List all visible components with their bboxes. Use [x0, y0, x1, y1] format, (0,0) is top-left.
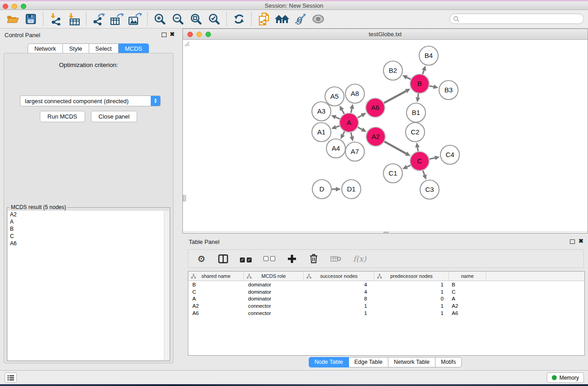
zoom-out-icon — [172, 13, 184, 25]
tab-motifs[interactable]: Motifs — [435, 357, 462, 367]
edge-B-B4[interactable] — [423, 70, 424, 74]
zoom-out-button[interactable] — [170, 11, 186, 27]
column-header-name[interactable]: name — [449, 272, 486, 281]
edge-A-A7[interactable] — [351, 133, 352, 137]
export-image-button[interactable] — [127, 11, 143, 27]
result-list-scrollbar[interactable] — [164, 211, 169, 360]
node-label-B3: B3 — [445, 86, 453, 94]
create-column-button[interactable] — [287, 253, 297, 265]
result-list-item[interactable]: B — [8, 225, 164, 233]
import-table-button[interactable] — [66, 11, 82, 27]
edge-A-A1[interactable] — [336, 126, 339, 127]
edge-A-A2[interactable] — [358, 127, 362, 129]
select-all-button[interactable]: ✓✓ — [240, 253, 252, 265]
delete-column-button[interactable] — [309, 253, 319, 265]
control-panel-header: Control Panel ✖ — [0, 29, 177, 40]
table-cell: 1 — [374, 289, 449, 295]
edge-C-C2[interactable] — [417, 148, 418, 152]
memory-button[interactable]: Memory — [547, 372, 584, 383]
float-panel-icon[interactable] — [162, 33, 167, 37]
edge-C-C4[interactable] — [430, 158, 435, 159]
close-table-panel-icon[interactable]: ✖ — [578, 238, 583, 244]
table-row[interactable]: Cdominator41C — [188, 288, 584, 295]
edge-A6-B[interactable] — [384, 91, 406, 103]
mcds-result-list[interactable]: A2ABCA6 — [8, 211, 164, 360]
annotation-toggle-button[interactable]: g — [292, 11, 308, 27]
zoom-fit-button[interactable] — [188, 11, 204, 27]
table-settings-button[interactable]: ⚙ — [196, 253, 206, 265]
tab-style[interactable]: Style — [63, 43, 89, 54]
network-vertical-scrollbar-thumb[interactable] — [183, 195, 186, 201]
column-header-predecessor-nodes[interactable]: predecessor nodes — [374, 272, 449, 281]
edge-arrowhead — [422, 66, 426, 71]
table-row[interactable]: Adominator80A — [188, 295, 584, 303]
open-session-button[interactable] — [5, 11, 21, 27]
table-panel-title: Table Panel — [189, 238, 220, 245]
node-label-A6: A6 — [371, 104, 379, 111]
network-horizontal-scrollbar[interactable] — [183, 231, 588, 233]
home-button[interactable] — [274, 11, 290, 27]
refresh-button[interactable] — [231, 11, 247, 27]
tab-node-table[interactable]: Node Table — [309, 357, 349, 367]
edge-B-B1[interactable] — [418, 94, 418, 97]
node-table[interactable]: shared nameMCDS rolesuccessor nodesprede… — [188, 271, 585, 356]
table-row[interactable]: A6connector11A6 — [188, 310, 584, 317]
column-header-shared-name[interactable]: shared name — [188, 272, 244, 281]
edge-A-A4[interactable] — [343, 132, 344, 135]
edge-arrowhead — [415, 143, 420, 148]
edge-B-B2[interactable] — [407, 77, 411, 79]
close-panel-button[interactable]: Close panel — [91, 111, 138, 122]
tab-mcds[interactable]: MCDS — [119, 43, 149, 54]
edge-C-C3[interactable] — [423, 171, 425, 175]
tab-network-table[interactable]: Network Table — [388, 357, 435, 367]
zoom-selected-button[interactable] — [206, 11, 222, 27]
visibility-button[interactable] — [310, 11, 326, 27]
function-builder-button[interactable]: f(x) — [353, 253, 366, 265]
table-row[interactable]: A2connector11A2 — [188, 302, 584, 310]
network-graph[interactable]: AA1A2A3A4A5A6A7A8BB1B2B3B4CC1C2C3C4DD1 — [183, 40, 588, 233]
edge-C-C1[interactable] — [407, 165, 411, 167]
table-cell: 4 — [304, 282, 374, 287]
edge-A-A6[interactable] — [358, 115, 362, 118]
run-mcds-button[interactable]: Run MCDS — [40, 111, 85, 122]
network-horizontal-scrollbar-thumb[interactable] — [383, 232, 389, 233]
tab-network[interactable]: Network — [28, 43, 63, 54]
delete-table-button[interactable] — [330, 253, 341, 265]
edge-arrowhead — [331, 125, 337, 129]
zoom-in-button[interactable] — [152, 11, 168, 27]
import-network-button[interactable] — [48, 11, 64, 27]
column-header-successor-nodes[interactable]: successor nodes — [304, 272, 374, 281]
resize-grip-icon[interactable] — [183, 40, 190, 47]
edge-A2-C[interactable] — [384, 142, 406, 154]
tab-select[interactable]: Select — [89, 43, 119, 54]
edge-A-A8[interactable] — [351, 109, 352, 113]
tab-edge-table[interactable]: Edge Table — [349, 357, 388, 367]
result-list-item[interactable]: A — [8, 218, 164, 225]
duplicate-network-button[interactable] — [256, 11, 272, 27]
control-panel: Control Panel ✖ NetworkStyleSelectMCDS O… — [0, 29, 177, 370]
task-history-button[interactable] — [5, 372, 17, 383]
float-table-panel-icon[interactable] — [570, 239, 575, 244]
save-session-button[interactable] — [23, 11, 39, 27]
network-canvas[interactable]: AA1A2A3A4A5A6A7A8BB1B2B3B4CC1C2C3C4DD1 — [183, 40, 588, 233]
close-panel-icon[interactable]: ✖ — [170, 31, 175, 38]
search-input[interactable] — [459, 16, 583, 22]
deselect-all-button[interactable] — [263, 253, 275, 265]
export-network-icon — [92, 13, 105, 25]
export-table-button[interactable] — [109, 11, 125, 27]
table-row[interactable]: Bdominator41B — [188, 281, 584, 288]
export-image-icon — [128, 13, 142, 25]
result-list-item[interactable]: A6 — [8, 240, 164, 247]
export-network-button[interactable] — [91, 11, 107, 27]
result-list-item[interactable]: A2 — [8, 211, 164, 218]
edge-A-A3[interactable] — [335, 117, 339, 119]
edge-B-B3[interactable] — [429, 86, 433, 87]
result-list-item[interactable]: C — [8, 233, 164, 240]
criterion-dropdown[interactable]: largest connected component (directed) ▲… — [20, 95, 161, 106]
show-column-button[interactable] — [218, 253, 228, 265]
table-cell: 1 — [304, 310, 374, 316]
search-field[interactable] — [449, 14, 584, 24]
column-header-MCDS-role[interactable]: MCDS role — [244, 272, 304, 281]
edge-A-A5[interactable] — [342, 110, 344, 114]
table-cell: 8 — [304, 296, 374, 301]
